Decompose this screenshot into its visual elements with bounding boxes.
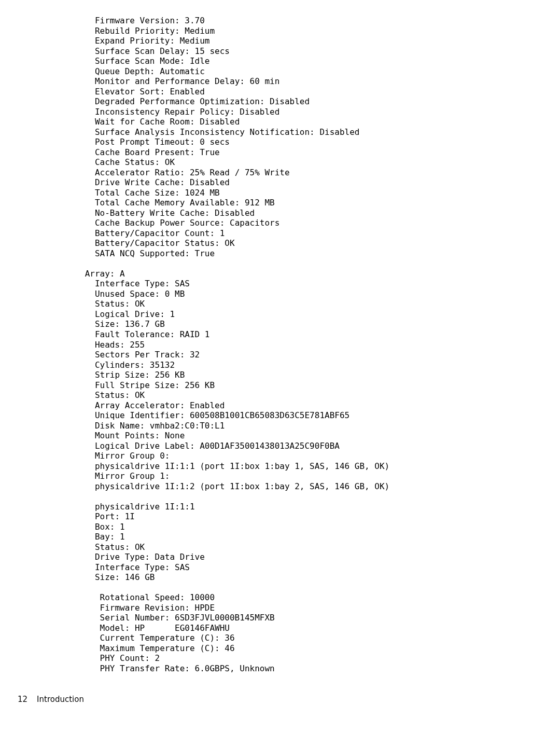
array-unused-space: Unused Space: 0 MB — [80, 289, 560, 299]
document-page: Firmware Version: 3.70 Rebuild Priority:… — [0, 16, 560, 674]
ctrl-cache-board-present: Cache Board Present: True — [80, 147, 560, 158]
pd-size: Size: 146 GB — [80, 572, 560, 583]
ctrl-wait-cache-room: Wait for Cache Room: Disabled — [80, 117, 560, 127]
ctrl-inconsistency-repair: Inconsistency Repair Policy: Disabled — [80, 107, 560, 117]
array-mount-points: Mount Points: None — [80, 431, 560, 441]
array-sectors-per-track: Sectors Per Track: 32 — [80, 350, 560, 360]
ctrl-degraded-perf-opt: Degraded Performance Optimization: Disab… — [80, 96, 560, 107]
ctrl-cache-backup-src: Cache Backup Power Source: Capacitors — [80, 218, 560, 228]
pd-model: Model: HP EG0146FAWHU — [80, 623, 560, 633]
ctrl-monitor-perf-delay: Monitor and Performance Delay: 60 min — [80, 76, 560, 87]
array-fault-tolerance: Fault Tolerance: RAID 1 — [80, 329, 560, 340]
ctrl-sata-ncq: SATA NCQ Supported: True — [80, 248, 560, 259]
pd-header: physicaldrive 1I:1:1 — [80, 502, 560, 512]
array-heads: Heads: 255 — [80, 340, 560, 350]
pd-bay: Bay: 1 — [80, 532, 560, 542]
page-number: 12 — [18, 695, 27, 704]
pd-phy-count: PHY Count: 2 — [80, 653, 560, 664]
ctrl-surface-scan-delay: Surface Scan Delay: 15 secs — [80, 46, 560, 57]
ctrl-total-cache-mem-avail: Total Cache Memory Available: 912 MB — [80, 198, 560, 208]
array-interface-type: Interface Type: SAS — [80, 279, 560, 289]
ctrl-no-battery-write-cache: No-Battery Write Cache: Disabled — [80, 208, 560, 218]
array-full-stripe-size: Full Stripe Size: 256 KB — [80, 380, 560, 391]
ctrl-queue-depth: Queue Depth: Automatic — [80, 66, 560, 77]
array-unique-identifier: Unique Identifier: 600508B1001CB65083D63… — [80, 410, 560, 421]
array-size: Size: 136.7 GB — [80, 319, 560, 329]
blank — [80, 583, 560, 593]
array-accelerator: Array Accelerator: Enabled — [80, 400, 560, 411]
ctrl-batt-cap-status: Battery/Capacitor Status: OK — [80, 238, 560, 248]
pd-phy-transfer-rate: PHY Transfer Rate: 6.0GBPS, Unknown — [80, 664, 560, 674]
array-disk-name: Disk Name: vmhba2:C0:T0:L1 — [80, 421, 560, 431]
ctrl-rebuild-priority: Rebuild Priority: Medium — [80, 26, 560, 36]
ctrl-post-prompt-timeout: Post Prompt Timeout: 0 secs — [80, 137, 560, 147]
ctrl-batt-cap-count: Battery/Capacitor Count: 1 — [80, 228, 560, 239]
array-status-1: Status: OK — [80, 299, 560, 309]
array-logical-drive: Logical Drive: 1 — [80, 309, 560, 320]
array-header: Array: A — [80, 269, 560, 279]
ctrl-firmware-version: Firmware Version: 3.70 — [80, 16, 560, 26]
pd-rotational-speed: Rotational Speed: 10000 — [80, 592, 560, 603]
array-physicaldrive-mg0: physicaldrive 1I:1:1 (port 1I:box 1:bay … — [80, 461, 560, 472]
pd-serial-number: Serial Number: 6SD3FJVL0000B145MFXB — [80, 613, 560, 623]
ctrl-cache-status: Cache Status: OK — [80, 157, 560, 168]
pd-firmware-revision: Firmware Revision: HPDE — [80, 603, 560, 613]
pd-status: Status: OK — [80, 542, 560, 552]
section-name: Introduction — [37, 695, 84, 704]
pd-drive-type: Drive Type: Data Drive — [80, 552, 560, 562]
page-footer: 12Introduction — [0, 674, 560, 704]
array-status-2: Status: OK — [80, 390, 560, 400]
array-logical-drive-label: Logical Drive Label: A00D1AF35001438013A… — [80, 441, 560, 451]
ctrl-surface-scan-mode: Surface Scan Mode: Idle — [80, 56, 560, 66]
ctrl-accelerator-ratio: Accelerator Ratio: 25% Read / 75% Write — [80, 168, 560, 178]
array-mirror-group-0: Mirror Group 0: — [80, 451, 560, 461]
pd-box: Box: 1 — [80, 522, 560, 532]
ctrl-drive-write-cache: Drive Write Cache: Disabled — [80, 177, 560, 188]
array-mirror-group-1: Mirror Group 1: — [80, 471, 560, 481]
array-cylinders: Cylinders: 35132 — [80, 360, 560, 370]
array-strip-size: Strip Size: 256 KB — [80, 370, 560, 380]
pd-interface-type: Interface Type: SAS — [80, 562, 560, 573]
ctrl-total-cache-size: Total Cache Size: 1024 MB — [80, 188, 560, 198]
blank — [80, 258, 560, 269]
pd-current-temp: Current Temperature (C): 36 — [80, 633, 560, 643]
ctrl-surface-analysis-notif: Surface Analysis Inconsistency Notificat… — [80, 127, 560, 137]
pd-port: Port: 1I — [80, 512, 560, 522]
ctrl-elevator-sort: Elevator Sort: Enabled — [80, 87, 560, 97]
pd-max-temp: Maximum Temperature (C): 46 — [80, 643, 560, 654]
ctrl-expand-priority: Expand Priority: Medium — [80, 36, 560, 46]
blank — [80, 491, 560, 502]
array-physicaldrive-mg1: physicaldrive 1I:1:2 (port 1I:box 1:bay … — [80, 481, 560, 492]
